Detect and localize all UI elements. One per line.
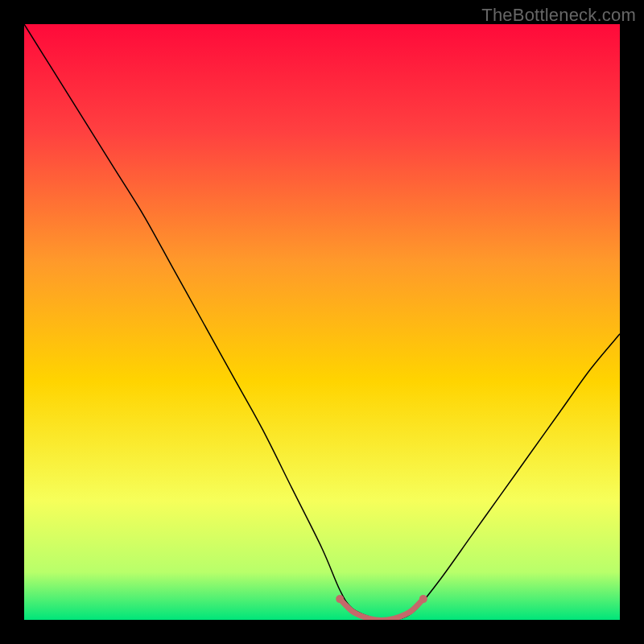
chart-frame: TheBottleneck.com (0, 0, 644, 644)
curve-layer (24, 24, 620, 620)
watermark-text: TheBottleneck.com (481, 5, 636, 26)
optimal-band-endpoint (336, 595, 344, 603)
optimal-band-markers (336, 595, 427, 603)
bottleneck-curve (24, 24, 620, 620)
optimal-band-endpoint (419, 595, 427, 603)
optimal-band (340, 599, 423, 620)
plot-area (24, 24, 620, 620)
